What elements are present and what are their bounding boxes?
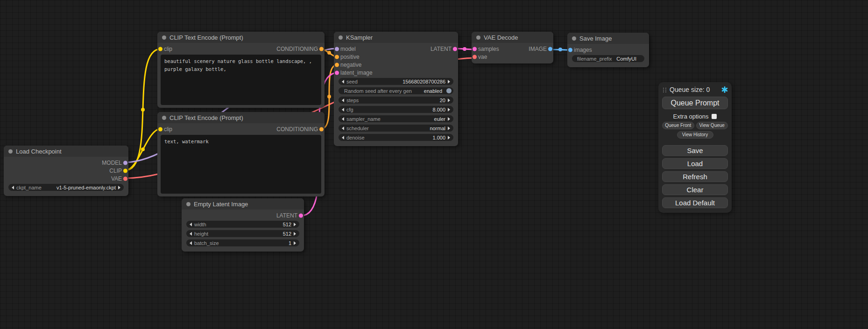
vae-input-port[interactable] bbox=[473, 55, 477, 59]
link-dot bbox=[141, 108, 145, 112]
increment-arrow-icon[interactable] bbox=[294, 232, 296, 236]
collapse-dot-icon[interactable] bbox=[162, 35, 166, 40]
node-header[interactable]: CLIP Text Encode (Prompt) bbox=[157, 112, 325, 123]
increment-arrow-icon[interactable] bbox=[448, 136, 450, 140]
latent-output-port[interactable] bbox=[299, 213, 303, 217]
queue-prompt-button[interactable]: Queue Prompt bbox=[662, 97, 728, 109]
prompt-text-input[interactable]: beautiful scenery nature glass bottle la… bbox=[161, 55, 321, 105]
image-output-port[interactable] bbox=[548, 47, 552, 51]
wire-clip-to-negative-prompt bbox=[125, 129, 161, 170]
images-input-port[interactable] bbox=[568, 48, 572, 52]
model-input-port[interactable] bbox=[335, 47, 339, 51]
conditioning-output-port[interactable] bbox=[319, 47, 324, 51]
vae-output-port[interactable] bbox=[123, 176, 127, 181]
clip-output-port[interactable] bbox=[123, 168, 127, 173]
clip-input-port[interactable] bbox=[158, 127, 162, 131]
collapse-dot-icon[interactable] bbox=[572, 36, 576, 41]
node-title: CLIP Text Encode (Prompt) bbox=[169, 114, 243, 121]
conditioning-output-port[interactable] bbox=[319, 127, 324, 131]
prev-value-arrow-icon[interactable] bbox=[12, 186, 14, 189]
random-seed-toggle-widget[interactable]: Random seed after every gen enabled bbox=[339, 87, 453, 94]
positive-input-port[interactable] bbox=[335, 55, 339, 59]
sampler-name-widget[interactable]: sampler_name euler bbox=[339, 115, 453, 122]
next-value-arrow-icon[interactable] bbox=[448, 117, 450, 121]
next-value-arrow-icon[interactable] bbox=[118, 186, 120, 189]
node-header[interactable]: KSampler bbox=[334, 32, 458, 43]
extra-options-label: Extra options bbox=[673, 113, 709, 120]
collapse-dot-icon[interactable] bbox=[476, 35, 480, 40]
port-row-images: images bbox=[567, 46, 649, 54]
decrement-arrow-icon[interactable] bbox=[342, 80, 344, 84]
width-widget[interactable]: width 512 bbox=[186, 221, 299, 228]
increment-arrow-icon[interactable] bbox=[448, 80, 450, 84]
prev-value-arrow-icon[interactable] bbox=[342, 117, 344, 121]
node-save-image[interactable]: Save Image images filename_prefix ComfyU… bbox=[567, 33, 649, 67]
node-clip-text-encode-negative[interactable]: CLIP Text Encode (Prompt) clip CONDITION… bbox=[157, 112, 325, 196]
view-queue-button[interactable]: View Queue bbox=[696, 122, 728, 129]
node-load-checkpoint[interactable]: Load Checkpoint MODEL CLIP VAE ckpt_name… bbox=[4, 146, 128, 196]
filename-prefix-widget[interactable]: filename_prefix ComfyUI bbox=[572, 55, 644, 62]
refresh-button[interactable]: Refresh bbox=[662, 171, 728, 182]
increment-arrow-icon[interactable] bbox=[294, 241, 296, 245]
decrement-arrow-icon[interactable] bbox=[342, 98, 344, 102]
decrement-arrow-icon[interactable] bbox=[190, 241, 192, 245]
clip-input-port[interactable] bbox=[158, 47, 162, 51]
node-ksampler[interactable]: KSampler model LATENT positive negative … bbox=[334, 32, 458, 146]
settings-gear-icon[interactable] bbox=[721, 86, 728, 93]
node-clip-text-encode-positive[interactable]: CLIP Text Encode (Prompt) clip CONDITION… bbox=[157, 32, 325, 108]
port-row-latent-image: latent_image bbox=[334, 69, 458, 77]
height-widget[interactable]: height 512 bbox=[186, 230, 299, 237]
drag-handle-icon[interactable] bbox=[663, 88, 664, 89]
scheduler-widget[interactable]: scheduler normal bbox=[339, 125, 453, 132]
latent-output-port[interactable] bbox=[453, 47, 457, 51]
increment-arrow-icon[interactable] bbox=[448, 98, 450, 102]
collapse-dot-icon[interactable] bbox=[339, 35, 343, 40]
ckpt-name-widget[interactable]: ckpt_name v1-5-pruned-emaonly.ckpt bbox=[8, 184, 124, 191]
queue-front-button[interactable]: Queue Front bbox=[662, 122, 694, 129]
extra-options-checkbox[interactable] bbox=[712, 114, 717, 119]
decrement-arrow-icon[interactable] bbox=[342, 108, 344, 112]
samples-input-port[interactable] bbox=[473, 47, 477, 51]
queue-size-label: Queue size: 0 bbox=[670, 86, 710, 93]
seed-widget[interactable]: seed 156680208700286 bbox=[339, 78, 453, 85]
output-row-clip: CLIP bbox=[4, 167, 128, 175]
decrement-arrow-icon[interactable] bbox=[190, 232, 192, 236]
node-empty-latent-image[interactable]: Empty Latent Image LATENT width 512 heig… bbox=[182, 198, 304, 252]
increment-arrow-icon[interactable] bbox=[294, 223, 296, 226]
negative-input-port[interactable] bbox=[335, 63, 339, 67]
output-row-vae: VAE bbox=[4, 175, 128, 182]
increment-arrow-icon[interactable] bbox=[448, 108, 450, 112]
collapse-dot-icon[interactable] bbox=[8, 149, 13, 154]
toggle-knob-icon[interactable] bbox=[446, 88, 452, 93]
node-vae-decode[interactable]: VAE Decode samples IMAGE vae bbox=[472, 32, 553, 63]
model-output-port[interactable] bbox=[123, 161, 127, 165]
node-header[interactable]: Save Image bbox=[567, 33, 649, 44]
load-default-button[interactable]: Load Default bbox=[662, 197, 728, 208]
prev-value-arrow-icon[interactable] bbox=[342, 126, 344, 130]
node-header[interactable]: CLIP Text Encode (Prompt) bbox=[157, 32, 325, 43]
cfg-widget[interactable]: cfg 8.000 bbox=[339, 106, 453, 113]
load-button[interactable]: Load bbox=[662, 158, 728, 169]
port-row: clip CONDITIONING bbox=[157, 45, 325, 53]
decrement-arrow-icon[interactable] bbox=[190, 223, 192, 226]
prompt-text-input[interactable]: text, watermark bbox=[161, 135, 321, 194]
collapse-dot-icon[interactable] bbox=[186, 202, 191, 206]
next-value-arrow-icon[interactable] bbox=[448, 126, 450, 130]
port-row-vae: vae bbox=[472, 53, 553, 61]
view-history-button[interactable]: View History bbox=[677, 131, 713, 139]
denoise-widget[interactable]: denoise 1.000 bbox=[339, 134, 453, 141]
steps-widget[interactable]: steps 20 bbox=[339, 97, 453, 104]
node-header[interactable]: Load Checkpoint bbox=[4, 146, 128, 157]
node-header[interactable]: VAE Decode bbox=[472, 32, 553, 43]
port-row-positive: positive bbox=[334, 53, 458, 61]
output-row-model: MODEL bbox=[4, 159, 128, 167]
collapse-dot-icon[interactable] bbox=[162, 116, 166, 120]
node-title: Load Checkpoint bbox=[16, 148, 62, 155]
clear-button[interactable]: Clear bbox=[662, 184, 728, 195]
save-button[interactable]: Save bbox=[662, 145, 728, 156]
latent-image-input-port[interactable] bbox=[335, 70, 339, 75]
batch-size-widget[interactable]: batch_size 1 bbox=[186, 239, 299, 246]
decrement-arrow-icon[interactable] bbox=[342, 136, 344, 140]
node-header[interactable]: Empty Latent Image bbox=[182, 198, 304, 210]
node-title: CLIP Text Encode (Prompt) bbox=[169, 34, 243, 41]
